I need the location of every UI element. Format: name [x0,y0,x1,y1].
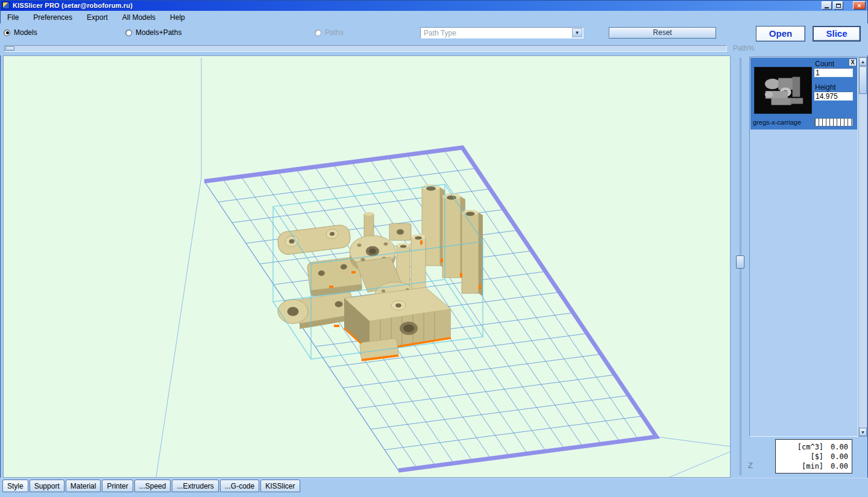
path-percent-row: Path% [0,42,868,55]
dropdown-arrow-icon[interactable]: ▼ [572,28,582,37]
open-button[interactable]: Open [756,26,805,42]
model-name-label: gregs-x-carriage [753,119,813,126]
path-type-dropdown-value: Path Type [424,29,456,37]
panel-scrollbar[interactable]: ▲ ▼ [858,57,867,437]
models-panel: Count Height X gregs-x-carriage [749,57,858,437]
radio-models-paths-circle[interactable] [125,30,132,36]
toolbar: Models Models+Paths Paths Path Type ▼ Re… [0,23,868,42]
settings-tabbar: Style Support Material Printer ...Speed … [0,478,868,497]
stat-volume-value: 0.00 [831,443,848,451]
menu-item-help[interactable]: Help [168,12,187,23]
stat-time: [min] 0.00 [776,462,848,470]
window-title: KISSlicer PRO (setar@roboforum.ru) [13,2,822,9]
height-label: Height [815,83,836,92]
tab-support[interactable]: Support [30,480,64,492]
slice-button[interactable]: Slice [813,26,861,42]
radio-models[interactable]: Models [4,28,37,37]
tab-gcode[interactable]: ...G-code [220,480,259,492]
close-icon: × [857,2,861,9]
minimize-icon [825,7,829,8]
menubar: File Preferences Export All Models Help [0,11,868,23]
menu-item-all-models[interactable]: All Models [121,12,157,23]
radio-models-paths-label: Models+Paths [136,28,181,37]
remove-model-button[interactable]: X [849,58,857,66]
radio-paths-label: Paths [325,28,344,37]
vertical-slider-thumb[interactable] [736,255,744,269]
reset-button[interactable]: Reset [609,27,716,39]
scene-3d [4,56,730,477]
radio-models-paths[interactable]: Models+Paths [125,28,181,37]
estimate-stats-box: [cm^3] 0.00 [$] 0.00 [min] 0.00 [775,439,852,474]
vertical-slider[interactable] [732,55,748,478]
path-percent-slider[interactable] [4,45,727,52]
stat-volume: [cm^3] 0.00 [776,443,848,451]
model-scale-slider[interactable] [814,118,853,127]
tab-material[interactable]: Material [66,480,101,492]
path-percent-label: Path% [733,44,754,52]
height-input[interactable] [814,92,853,101]
viewport-3d[interactable] [3,55,731,478]
radio-models-circle[interactable] [4,30,10,36]
radio-paths: Paths [315,28,344,37]
count-label: Count [815,60,834,68]
menu-item-export[interactable]: Export [85,12,110,23]
radio-paths-circle [315,30,321,36]
stat-cost-label: [$] [810,452,823,461]
stat-time-value: 0.00 [831,462,848,470]
window-controls: × [822,1,868,10]
tab-speed[interactable]: ...Speed [134,480,171,492]
count-input[interactable] [814,68,853,77]
stat-cost: [$] 0.00 [776,452,848,461]
app-window: KISSlicer PRO (setar@roboforum.ru) × Fil… [0,0,868,497]
menu-item-file[interactable]: File [5,12,20,23]
app-icon [2,2,10,9]
maximize-button[interactable] [833,1,843,10]
close-button[interactable]: × [853,1,866,10]
maximize-icon [836,4,841,8]
stat-cost-value: 0.00 [831,452,848,461]
scroll-up-icon[interactable]: ▲ [859,57,867,66]
menu-item-preferences[interactable]: Preferences [31,12,74,23]
model-thumbnail-render [755,67,811,113]
stat-volume-label: [cm^3] [797,443,823,451]
path-type-dropdown[interactable]: Path Type ▼ [420,27,583,39]
tab-style[interactable]: Style [2,480,28,492]
scroll-down-icon[interactable]: ▼ [859,428,867,436]
scrollbar-thumb[interactable] [859,66,867,94]
model-thumbnail[interactable] [754,67,812,114]
tab-printer[interactable]: Printer [102,480,133,492]
tab-extruders[interactable]: ...Extruders [172,480,218,492]
radio-models-label: Models [14,28,37,37]
path-percent-slider-thumb[interactable] [5,46,14,51]
minimize-button[interactable] [822,1,832,10]
z-axis-label: Z [748,461,753,470]
titlebar[interactable]: KISSlicer PRO (setar@roboforum.ru) × [0,0,868,11]
stat-time-label: [min] [802,462,823,470]
model-list-item[interactable]: Count Height X gregs-x-carriage [750,58,857,130]
tab-kisslicer[interactable]: KISSlicer [260,480,300,492]
